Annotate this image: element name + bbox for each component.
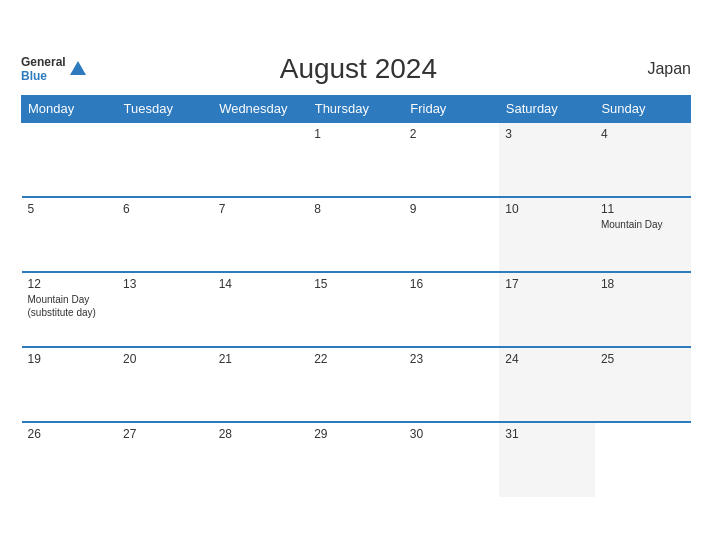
weekday-monday: Monday [22, 96, 118, 123]
day-cell: 17 [499, 272, 595, 347]
day-number: 15 [314, 277, 398, 291]
day-cell: 24 [499, 347, 595, 422]
day-cell: 12Mountain Day (substitute day) [22, 272, 118, 347]
day-cell: 25 [595, 347, 691, 422]
week-row-3: 12Mountain Day (substitute day)131415161… [22, 272, 691, 347]
weekday-sunday: Sunday [595, 96, 691, 123]
day-cell: 4 [595, 122, 691, 197]
day-cell: 13 [117, 272, 213, 347]
day-cell: 27 [117, 422, 213, 497]
day-number: 28 [219, 427, 303, 441]
day-cell [595, 422, 691, 497]
day-cell: 1 [308, 122, 404, 197]
day-cell [117, 122, 213, 197]
weekday-wednesday: Wednesday [213, 96, 309, 123]
weekday-saturday: Saturday [499, 96, 595, 123]
day-number: 26 [28, 427, 112, 441]
weekday-friday: Friday [404, 96, 500, 123]
day-number: 24 [505, 352, 589, 366]
day-cell: 16 [404, 272, 500, 347]
logo-triangle-icon [70, 61, 86, 75]
day-number: 4 [601, 127, 685, 141]
day-cell: 18 [595, 272, 691, 347]
day-number: 11 [601, 202, 685, 216]
calendar-title: August 2024 [86, 53, 631, 85]
day-cell: 21 [213, 347, 309, 422]
day-cell: 31 [499, 422, 595, 497]
day-number: 18 [601, 277, 685, 291]
day-number: 6 [123, 202, 207, 216]
calendar-table: MondayTuesdayWednesdayThursdayFridaySatu… [21, 95, 691, 497]
day-number: 25 [601, 352, 685, 366]
logo-blue-text: Blue [21, 69, 66, 83]
day-number: 17 [505, 277, 589, 291]
day-number: 3 [505, 127, 589, 141]
day-cell: 3 [499, 122, 595, 197]
day-cell: 5 [22, 197, 118, 272]
day-cell [213, 122, 309, 197]
day-cell: 28 [213, 422, 309, 497]
day-number: 23 [410, 352, 494, 366]
day-number: 20 [123, 352, 207, 366]
day-cell [22, 122, 118, 197]
day-cell: 6 [117, 197, 213, 272]
day-number: 8 [314, 202, 398, 216]
day-cell: 11Mountain Day [595, 197, 691, 272]
day-cell: 15 [308, 272, 404, 347]
day-number: 2 [410, 127, 494, 141]
logo: General Blue [21, 55, 86, 84]
day-number: 12 [28, 277, 112, 291]
day-number: 9 [410, 202, 494, 216]
day-number: 13 [123, 277, 207, 291]
day-number: 19 [28, 352, 112, 366]
day-number: 31 [505, 427, 589, 441]
day-number: 22 [314, 352, 398, 366]
day-cell: 10 [499, 197, 595, 272]
day-number: 21 [219, 352, 303, 366]
day-cell: 30 [404, 422, 500, 497]
day-number: 7 [219, 202, 303, 216]
day-number: 5 [28, 202, 112, 216]
day-cell: 22 [308, 347, 404, 422]
calendar-container: General Blue August 2024 Japan MondayTue… [11, 43, 701, 507]
calendar-header: General Blue August 2024 Japan [21, 53, 691, 85]
day-cell: 2 [404, 122, 500, 197]
day-cell: 23 [404, 347, 500, 422]
week-row-1: 1234 [22, 122, 691, 197]
weekday-tuesday: Tuesday [117, 96, 213, 123]
day-number: 16 [410, 277, 494, 291]
day-cell: 19 [22, 347, 118, 422]
day-number: 1 [314, 127, 398, 141]
country-label: Japan [631, 60, 691, 78]
weekday-thursday: Thursday [308, 96, 404, 123]
week-row-4: 19202122232425 [22, 347, 691, 422]
day-cell: 20 [117, 347, 213, 422]
day-event: Mountain Day [601, 218, 685, 231]
day-cell: 26 [22, 422, 118, 497]
day-cell: 14 [213, 272, 309, 347]
weekday-header-row: MondayTuesdayWednesdayThursdayFridaySatu… [22, 96, 691, 123]
day-number: 30 [410, 427, 494, 441]
day-number: 27 [123, 427, 207, 441]
day-cell: 8 [308, 197, 404, 272]
day-number: 14 [219, 277, 303, 291]
logo-general-text: General [21, 55, 66, 69]
week-row-5: 262728293031 [22, 422, 691, 497]
day-cell: 29 [308, 422, 404, 497]
week-row-2: 567891011Mountain Day [22, 197, 691, 272]
day-number: 10 [505, 202, 589, 216]
day-cell: 7 [213, 197, 309, 272]
day-event: Mountain Day (substitute day) [28, 293, 112, 319]
day-cell: 9 [404, 197, 500, 272]
day-number: 29 [314, 427, 398, 441]
